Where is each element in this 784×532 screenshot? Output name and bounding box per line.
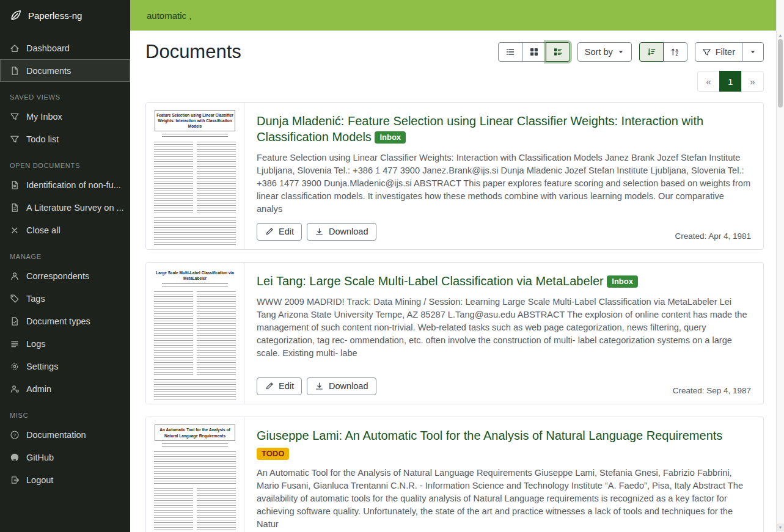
- caret-down-icon: [617, 48, 625, 56]
- sidebar-item-open-doc-2[interactable]: A Literature Survey on ...: [0, 196, 130, 219]
- house-icon: [10, 43, 20, 53]
- document-card: Feature Selection using Linear Classifie…: [145, 102, 764, 250]
- sidebar-item-logout[interactable]: Logout: [0, 468, 130, 491]
- download-label: Download: [329, 227, 368, 236]
- page-title: Documents: [145, 41, 241, 63]
- download-label: Download: [329, 381, 368, 391]
- main-area: Documents Sort by: [130, 0, 776, 532]
- person-badge-icon: [10, 384, 20, 394]
- thumbnail-preview-lines: [154, 291, 236, 377]
- sidebar-item-label: Logs: [26, 339, 45, 349]
- sidebar-item-documents[interactable]: Documents: [0, 59, 130, 82]
- download-icon: [315, 382, 324, 391]
- sidebar: Paperless-ng Dashboard Documents SAVED V…: [0, 0, 130, 532]
- content-area: Documents Sort by: [130, 31, 776, 532]
- pagination-next-button[interactable]: »: [741, 71, 764, 92]
- document-title: Giuseppe Lami: An Automatic Tool for the…: [257, 428, 751, 443]
- edit-button[interactable]: Edit: [257, 223, 302, 241]
- sidebar-item-dashboard[interactable]: Dashboard: [0, 37, 130, 59]
- sidebar-item-open-doc-1[interactable]: Identification of non-fu...: [0, 173, 130, 196]
- edit-label: Edit: [279, 227, 294, 236]
- download-button[interactable]: Download: [307, 223, 376, 241]
- pagination-previous-button[interactable]: «: [697, 71, 720, 92]
- document-description: An Automatic Tool for the Analysis of Na…: [257, 467, 751, 531]
- logout-icon: [10, 475, 20, 485]
- manage-header: MANAGE: [0, 241, 130, 264]
- sidebar-item-close-all[interactable]: Close all: [0, 219, 130, 241]
- sidebar-item-correspondents[interactable]: Correspondents: [0, 264, 130, 287]
- tag-badge-inbox[interactable]: Inbox: [607, 275, 638, 288]
- pagination-page-1-button[interactable]: 1: [719, 71, 742, 92]
- sidebar-item-label: Logout: [26, 475, 53, 485]
- scrollbar-thumb[interactable]: [778, 39, 783, 107]
- edit-button[interactable]: Edit: [257, 377, 302, 395]
- sidebar-item-label: Tags: [26, 294, 45, 304]
- details-view-button[interactable]: [546, 42, 570, 62]
- scrollbar-up-arrow[interactable]: ▲: [777, 31, 784, 39]
- sidebar-item-label: Close all: [26, 225, 60, 235]
- funnel-icon: [10, 112, 20, 122]
- app-logo[interactable]: Paperless-ng: [0, 0, 130, 31]
- document-title-link[interactable]: Dunja Mladenić: Feature Selection using …: [257, 114, 703, 144]
- sidebar-item-documentation[interactable]: ? Documentation: [0, 423, 130, 446]
- grid-view-button[interactable]: [522, 42, 546, 62]
- document-card: Large Scale Multi-Label Classification v…: [145, 262, 764, 404]
- download-button[interactable]: Download: [307, 377, 376, 395]
- feather-logo-icon: [10, 9, 22, 21]
- sort-by-button[interactable]: Sort by: [577, 42, 632, 62]
- svg-text:?: ?: [13, 432, 16, 438]
- created-date: Created: Apr 4, 1981: [675, 231, 751, 241]
- scrollbar-down-arrow[interactable]: ▼: [777, 523, 784, 531]
- document-thumbnail[interactable]: Feature Selection using Linear Classifie…: [146, 103, 244, 249]
- misc-header: MISC: [0, 400, 130, 423]
- sidebar-item-label: Correspondents: [26, 271, 89, 281]
- sidebar-item-document-types[interactable]: Document types: [0, 310, 130, 332]
- sidebar-item-label: Document types: [26, 316, 90, 326]
- document-title-link[interactable]: Lei Tang: Large Scale Multi-Label Classi…: [257, 274, 604, 288]
- app-title: Paperless-ng: [28, 10, 82, 21]
- tag-icon: [10, 294, 20, 304]
- tag-badge-inbox[interactable]: Inbox: [375, 131, 406, 144]
- thumbnail-preview-lines: [162, 134, 228, 139]
- sidebar-item-settings[interactable]: Settings: [0, 355, 130, 377]
- search-input[interactable]: [138, 7, 585, 24]
- search-bar: [130, 0, 776, 31]
- created-date: Created: Sep 4, 1987: [673, 386, 751, 395]
- open-documents-header: OPEN DOCUMENTS: [0, 150, 130, 173]
- svg-text:Z: Z: [675, 52, 678, 56]
- sidebar-item-my-inbox[interactable]: My Inbox: [0, 105, 130, 128]
- filter-dropdown-button[interactable]: [742, 42, 764, 62]
- funnel-icon: [702, 48, 711, 57]
- sidebar-item-label: Identification of non-fu...: [26, 180, 121, 190]
- thumbnail-title: Large Scale Multi-Label Classification v…: [155, 270, 235, 281]
- sidebar-item-github[interactable]: GitHub: [0, 446, 130, 468]
- file-text-icon: [10, 180, 20, 190]
- tag-badge-todo[interactable]: TODO: [257, 448, 289, 460]
- sidebar-item-tags[interactable]: Tags: [0, 287, 130, 310]
- sidebar-item-todo-list[interactable]: Todo list: [0, 128, 130, 150]
- document-title: Lei Tang: Large Scale Multi-Label Classi…: [257, 273, 751, 289]
- thumbnail-preview-lines: [154, 488, 236, 532]
- filter-button[interactable]: Filter: [695, 42, 742, 62]
- sort-descending-button[interactable]: [639, 42, 664, 62]
- question-circle-icon: ?: [10, 430, 20, 440]
- thumbnail-title: Feature Selection using Linear Classifie…: [155, 110, 235, 131]
- grid-view-icon: [529, 47, 539, 57]
- sidebar-item-label: A Literature Survey on ...: [26, 203, 124, 213]
- thumbnail-preview-lines: [162, 443, 228, 448]
- sidebar-item-label: Admin: [26, 384, 51, 394]
- sidebar-item-admin[interactable]: Admin: [0, 377, 130, 400]
- sort-alphabetical-button[interactable]: AZ: [663, 42, 687, 62]
- document-card: An Automatic Tool for the Analysis of Na…: [145, 417, 764, 532]
- list-view-button[interactable]: [498, 42, 522, 62]
- sidebar-item-logs[interactable]: Logs: [0, 332, 130, 355]
- github-icon: [10, 453, 20, 462]
- sidebar-item-label: Documentation: [26, 430, 86, 440]
- file-icon: [10, 66, 20, 76]
- document-thumbnail[interactable]: Large Scale Multi-Label Classification v…: [146, 263, 244, 404]
- thumbnail-title: An Automatic Tool for the Analysis of Na…: [155, 425, 235, 440]
- sidebar-nav: Dashboard Documents SAVED VIEWS My Inbox…: [0, 31, 130, 491]
- document-title-link[interactable]: Giuseppe Lami: An Automatic Tool for the…: [257, 429, 722, 442]
- sidebar-item-label: My Inbox: [26, 112, 62, 122]
- document-thumbnail[interactable]: An Automatic Tool for the Analysis of Na…: [146, 417, 244, 532]
